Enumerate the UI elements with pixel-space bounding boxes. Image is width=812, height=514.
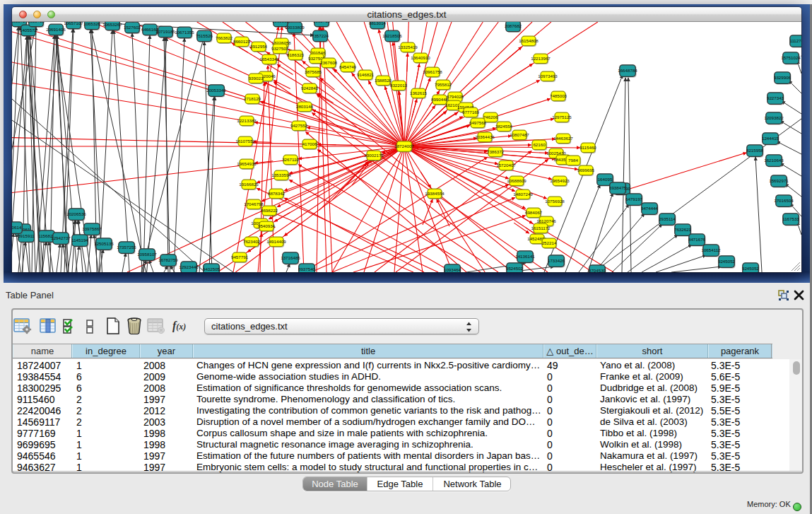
svg-text:20206536: 20206536 [66, 211, 86, 216]
svg-text:8471676: 8471676 [688, 237, 706, 242]
svg-text:10807487: 10807487 [510, 132, 529, 137]
svg-text:746206: 746206 [483, 115, 498, 119]
svg-text:9245052: 9245052 [718, 259, 736, 264]
svg-text:10958107: 10958107 [137, 252, 157, 257]
svg-text:8454749: 8454749 [339, 64, 357, 69]
svg-text:16107552: 16107552 [235, 139, 255, 144]
svg-text:9245052: 9245052 [742, 266, 760, 271]
svg-text:12505135: 12505135 [94, 241, 114, 246]
svg-text:12093822: 12093822 [764, 115, 784, 120]
svg-text:15692971: 15692971 [769, 178, 789, 183]
svg-text:9540934: 9540934 [258, 223, 276, 228]
svg-text:7485003: 7485003 [550, 93, 567, 98]
svg-text:7984: 7984 [568, 158, 578, 163]
svg-text:20691406: 20691406 [46, 27, 66, 32]
svg-text:8878342: 8878342 [268, 191, 286, 196]
svg-text:17357255: 17357255 [117, 245, 136, 250]
svg-text:33975867: 33975867 [82, 226, 102, 231]
svg-text:23002175: 23002175 [364, 153, 384, 158]
svg-text:16120746: 16120746 [536, 218, 556, 223]
svg-text:6938475: 6938475 [609, 185, 627, 190]
svg-text:19166825: 19166825 [239, 182, 259, 187]
svg-text:9777169: 9777169 [462, 110, 480, 115]
svg-text:7632621: 7632621 [674, 227, 692, 232]
svg-text:10653267: 10653267 [102, 22, 122, 27]
svg-text:9227343: 9227343 [767, 95, 784, 100]
svg-text:7515526: 7515526 [196, 33, 213, 38]
svg-text:7357224: 7357224 [312, 33, 329, 38]
svg-text:2803144: 2803144 [296, 104, 314, 109]
svg-text:16210643: 16210643 [764, 158, 784, 163]
svg-text:2055724: 2055724 [12, 22, 28, 23]
svg-text:8813014: 8813014 [369, 22, 387, 25]
svg-text:2055728: 2055728 [28, 22, 45, 23]
svg-text:9457791: 9457791 [231, 255, 249, 259]
svg-text:9327503: 9327503 [271, 46, 289, 51]
svg-text:2367608: 2367608 [320, 60, 338, 65]
svg-text:1362615: 1362615 [410, 90, 428, 95]
svg-text:1093464: 1093464 [444, 267, 461, 272]
svg-text:19384554: 19384554 [425, 191, 445, 196]
svg-text:6984067: 6984067 [525, 210, 543, 215]
svg-text:14136141: 14136141 [515, 254, 535, 259]
svg-text:10688609: 10688609 [507, 178, 526, 183]
svg-text:2718129: 2718129 [244, 96, 261, 101]
svg-text:9699695: 9699695 [577, 168, 595, 173]
svg-text:164095: 164095 [598, 177, 613, 182]
svg-text:10033809: 10033809 [285, 25, 305, 30]
svg-text:9427552: 9427552 [290, 123, 308, 128]
svg-text:1065715: 1065715 [313, 22, 331, 23]
svg-text:7955812: 7955812 [435, 82, 452, 87]
svg-text:16154808: 16154808 [519, 38, 539, 43]
svg-text:1244415: 1244415 [762, 136, 779, 141]
svg-text:939023: 939023 [249, 76, 264, 81]
svg-text:6497568: 6497568 [469, 120, 487, 125]
svg-text:8322013: 8322013 [390, 83, 408, 88]
svg-text:15720407: 15720407 [496, 163, 516, 168]
svg-text:62160: 62160 [533, 142, 546, 147]
svg-text:9115460: 9115460 [579, 145, 596, 150]
svg-text:10973493: 10973493 [538, 74, 558, 78]
svg-text:9524502: 9524502 [506, 266, 524, 271]
svg-text:16782759: 16782759 [158, 257, 178, 262]
svg-text:252214: 252214 [542, 240, 557, 245]
svg-text:2935114: 2935114 [659, 216, 676, 221]
svg-text:13533594: 13533594 [271, 173, 291, 177]
svg-text:880614: 880614 [12, 225, 22, 230]
svg-text:7663822: 7663822 [216, 35, 233, 40]
svg-text:7623402: 7623402 [243, 239, 261, 244]
svg-text:17046798: 17046798 [244, 201, 264, 206]
svg-text:6479197: 6479197 [625, 197, 643, 201]
svg-text:19654935: 19654935 [237, 161, 257, 166]
svg-text:8704530: 8704530 [589, 268, 606, 272]
svg-text:1065326: 1065326 [83, 22, 101, 26]
svg-text:13716485: 13716485 [281, 255, 300, 260]
svg-text:10756928: 10756928 [545, 199, 565, 204]
svg-text:7386372: 7386372 [487, 149, 505, 154]
svg-text:6794028: 6794028 [447, 94, 464, 99]
svg-text:1405572: 1405572 [20, 28, 37, 33]
svg-text:12975125: 12975125 [552, 115, 572, 119]
svg-text:9432505: 9432505 [203, 267, 220, 271]
svg-text:20364436: 20364436 [475, 134, 495, 139]
svg-text:1167533: 1167533 [782, 216, 799, 221]
svg-text:12942737: 12942737 [51, 235, 71, 240]
svg-text:10961758: 10961758 [423, 69, 442, 74]
svg-text:8215958: 8215958 [746, 148, 764, 153]
svg-text:19654923: 19654923 [550, 178, 570, 183]
svg-text:8660123: 8660123 [233, 39, 251, 44]
svg-text:19218506: 19218506 [382, 33, 402, 38]
svg-text:13325419: 13325419 [398, 45, 418, 49]
svg-text:16543342: 16543342 [259, 57, 279, 62]
svg-text:10654112: 10654112 [701, 247, 721, 252]
svg-text:8990448: 8990448 [431, 97, 449, 102]
svg-text:8698222: 8698222 [261, 208, 278, 213]
svg-text:2087682: 2087682 [505, 23, 522, 28]
svg-text:9474444: 9474444 [641, 206, 659, 211]
svg-text:12213967: 12213967 [531, 56, 551, 61]
svg-text:14807249: 14807249 [513, 192, 533, 197]
svg-text:8186323: 8186323 [287, 52, 305, 57]
svg-text:13640910: 13640910 [411, 55, 430, 60]
svg-text:9146821: 9146821 [357, 72, 375, 77]
svg-text:10657107: 10657107 [64, 22, 83, 25]
